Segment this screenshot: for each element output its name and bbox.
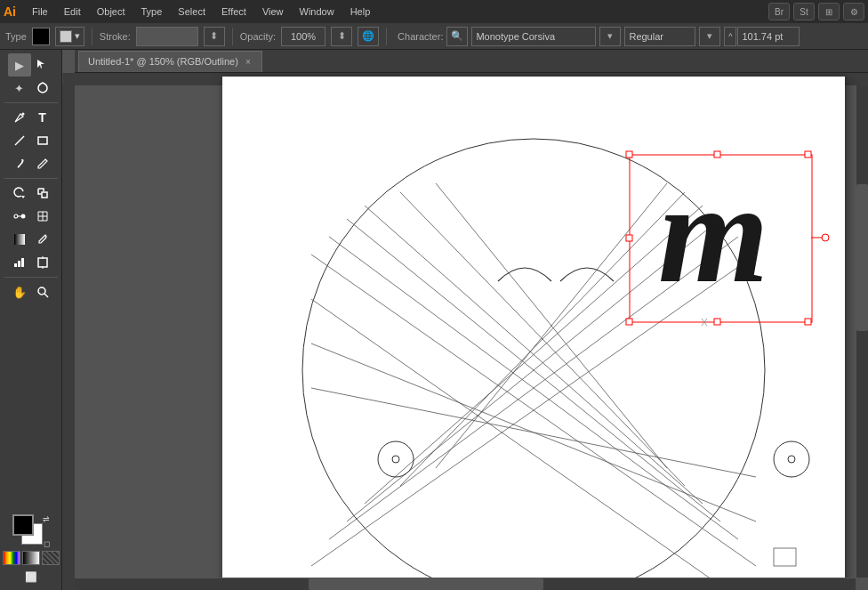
color-mode-btn[interactable] bbox=[3, 551, 20, 565]
svg-line-2 bbox=[15, 136, 24, 145]
bridge-icons: Br St ⊞ ⚙ bbox=[768, 3, 864, 20]
opacity-input[interactable]: 100% bbox=[281, 27, 326, 46]
font-dropdown-arrow[interactable]: ▾ bbox=[599, 27, 621, 46]
char-search-icon[interactable]: 🔍 bbox=[446, 27, 468, 46]
paintbrush-tool[interactable] bbox=[8, 152, 31, 175]
gradient-mode-btn[interactable] bbox=[22, 551, 40, 565]
svg-point-6 bbox=[14, 214, 18, 218]
swap-colors-btn[interactable]: ⇌ bbox=[43, 514, 50, 523]
type-tool[interactable]: T bbox=[31, 106, 54, 129]
sep1 bbox=[92, 28, 92, 45]
svg-rect-12 bbox=[21, 258, 24, 267]
canvas-area: Untitled-1* @ 150% (RGB/Outline) × bbox=[62, 50, 868, 590]
lasso-tool[interactable] bbox=[31, 77, 54, 100]
menu-view[interactable]: View bbox=[255, 4, 291, 19]
svg-rect-45 bbox=[714, 151, 720, 158]
workspace-btn[interactable]: ⊞ bbox=[818, 3, 840, 20]
svg-rect-3 bbox=[38, 137, 47, 144]
none-mode-btn[interactable] bbox=[42, 551, 60, 565]
font-size-input[interactable]: 101.74 pt bbox=[737, 27, 800, 46]
svg-text:m: m bbox=[658, 154, 768, 312]
tab-close-btn[interactable]: × bbox=[244, 57, 253, 67]
fill-color-swatch[interactable] bbox=[12, 514, 34, 536]
svg-rect-5 bbox=[42, 192, 47, 198]
type-label: Type bbox=[5, 31, 27, 42]
tool-separator-1 bbox=[4, 102, 58, 103]
svg-point-7 bbox=[20, 214, 25, 219]
color-swatches-area: ⇌ ◻ ⬜ bbox=[0, 511, 63, 586]
canvas-svg: m bbox=[222, 77, 845, 590]
hand-tool[interactable]: ✋ bbox=[8, 280, 31, 303]
select-tool[interactable]: ▶ bbox=[8, 53, 31, 77]
properties-bar: Type ▾ Stroke: ⬍ Opacity: 100% ⬍ 🌐 Chara… bbox=[0, 23, 868, 50]
menu-edit[interactable]: Edit bbox=[57, 4, 88, 19]
svg-point-39 bbox=[774, 441, 809, 477]
mesh-tool[interactable] bbox=[31, 205, 54, 228]
font-name-dropdown[interactable]: Monotype Corsiva bbox=[471, 27, 596, 46]
line-tool[interactable] bbox=[8, 129, 31, 152]
character-section: Character: 🔍 Monotype Corsiva ▾ Regular … bbox=[398, 27, 800, 46]
menu-type[interactable]: Type bbox=[134, 4, 170, 19]
bridge-btn[interactable]: Br bbox=[768, 3, 790, 20]
fill-swatch[interactable] bbox=[32, 28, 50, 45]
scale-tool[interactable] bbox=[31, 182, 54, 205]
stock-btn[interactable]: St bbox=[793, 3, 815, 20]
horizontal-scrollbar[interactable] bbox=[75, 578, 856, 590]
direct-select-tool[interactable] bbox=[31, 53, 54, 77]
svg-rect-46 bbox=[805, 151, 811, 158]
color-mode-row bbox=[3, 551, 60, 565]
stroke-arrows[interactable]: ⬍ bbox=[204, 27, 225, 46]
screen-mode-btn[interactable]: ⬜ bbox=[25, 571, 37, 583]
eyedropper-tool[interactable] bbox=[31, 228, 54, 251]
menu-bar: Ai File Edit Object Type Select Effect V… bbox=[0, 0, 868, 23]
svg-point-37 bbox=[378, 441, 414, 477]
document-tab[interactable]: Untitled-1* @ 150% (RGB/Outline) × bbox=[78, 51, 262, 72]
opacity-arrows[interactable]: ⬍ bbox=[331, 27, 352, 46]
artboard: m bbox=[222, 77, 845, 590]
style-btn[interactable]: 🌐 bbox=[358, 27, 379, 46]
svg-rect-10 bbox=[14, 263, 17, 267]
scrollbar-v-thumb[interactable] bbox=[856, 184, 868, 332]
svg-rect-11 bbox=[18, 261, 20, 267]
svg-rect-51 bbox=[714, 319, 720, 325]
menu-select[interactable]: Select bbox=[171, 4, 213, 19]
artboard-tool[interactable] bbox=[31, 251, 54, 274]
opacity-label: Opacity: bbox=[240, 31, 276, 42]
rectangle-tool[interactable] bbox=[31, 129, 54, 152]
style-dropdown-arrow[interactable]: ▾ bbox=[699, 27, 720, 46]
svg-rect-52 bbox=[805, 319, 811, 325]
gradient-tool[interactable] bbox=[8, 228, 31, 251]
chart-tool[interactable] bbox=[8, 251, 31, 274]
menu-object[interactable]: Object bbox=[90, 4, 133, 19]
ruler-vertical bbox=[62, 85, 75, 590]
sep2 bbox=[232, 28, 233, 45]
fill-dropdown[interactable]: ▾ bbox=[55, 27, 84, 46]
svg-rect-20 bbox=[62, 85, 75, 590]
svg-point-40 bbox=[788, 456, 795, 463]
rotate-tool[interactable] bbox=[8, 182, 31, 205]
menu-effect[interactable]: Effect bbox=[214, 4, 253, 19]
blend-tool[interactable] bbox=[8, 205, 31, 228]
default-colors-btn[interactable]: ◻ bbox=[44, 539, 50, 548]
zoom-tool[interactable] bbox=[31, 280, 54, 303]
pencil-tool[interactable] bbox=[31, 152, 54, 175]
tab-bar: Untitled-1* @ 150% (RGB/Outline) × bbox=[75, 50, 868, 73]
vertical-scrollbar[interactable] bbox=[856, 85, 868, 578]
svg-marker-4 bbox=[21, 196, 25, 198]
tools-panel: ▶ ✦ T bbox=[0, 50, 62, 590]
svg-marker-0 bbox=[37, 60, 44, 69]
svg-rect-44 bbox=[626, 151, 632, 158]
magic-wand-tool[interactable]: ✦ bbox=[8, 77, 31, 100]
stroke-weight-input[interactable] bbox=[136, 27, 198, 46]
scrollbar-h-thumb[interactable] bbox=[309, 578, 542, 590]
svg-rect-41 bbox=[774, 548, 796, 566]
svg-line-36 bbox=[311, 388, 756, 477]
document-area: ▶ ✦ T bbox=[0, 50, 868, 590]
search-btn[interactable]: ⚙ bbox=[843, 3, 864, 20]
menu-window[interactable]: Window bbox=[293, 4, 342, 19]
font-style-dropdown[interactable]: Regular bbox=[624, 27, 695, 46]
menu-file[interactable]: File bbox=[25, 4, 55, 19]
menu-help[interactable]: Help bbox=[343, 4, 378, 19]
tab-label: Untitled-1* @ 150% (RGB/Outline) bbox=[88, 56, 238, 67]
pen-tool[interactable] bbox=[8, 106, 31, 129]
